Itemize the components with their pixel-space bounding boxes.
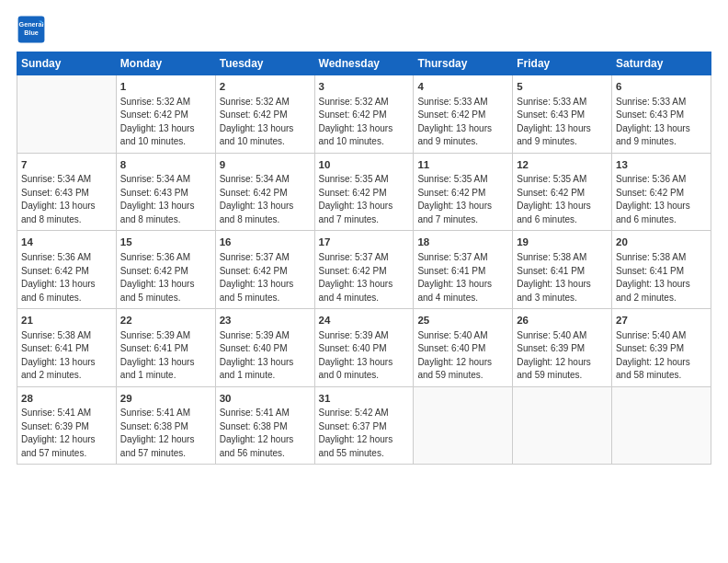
day-number: 22	[120, 313, 211, 328]
day-info: Sunset: 6:40 PM	[417, 342, 508, 356]
day-info: Sunset: 6:42 PM	[319, 187, 410, 201]
day-info: Daylight: 13 hours	[21, 278, 112, 292]
day-number: 15	[120, 235, 211, 250]
day-number: 5	[517, 79, 608, 95]
day-info: and 1 minute.	[220, 369, 311, 383]
day-info: and 7 minutes.	[319, 213, 410, 227]
day-info: Daylight: 13 hours	[616, 200, 707, 213]
day-info: Daylight: 13 hours	[120, 356, 211, 370]
day-info: Daylight: 12 hours	[21, 433, 112, 447]
day-info: and 1 minute.	[120, 369, 211, 383]
calendar-cell: 14Sunrise: 5:36 AMSunset: 6:42 PMDayligh…	[17, 231, 117, 309]
day-info: Sunset: 6:40 PM	[220, 342, 311, 356]
day-info: Sunrise: 5:33 AM	[517, 96, 608, 109]
day-number: 10	[319, 157, 410, 173]
calendar-cell: 4Sunrise: 5:33 AMSunset: 6:42 PMDaylight…	[414, 75, 513, 154]
day-info: Sunset: 6:42 PM	[120, 109, 211, 122]
day-info: Sunrise: 5:36 AM	[21, 251, 112, 265]
week-row-4: 21Sunrise: 5:38 AMSunset: 6:41 PMDayligh…	[17, 309, 711, 387]
calendar-cell: 3Sunrise: 5:32 AMSunset: 6:42 PMDaylight…	[314, 75, 414, 154]
day-info: Sunrise: 5:35 AM	[319, 173, 410, 187]
day-info: Daylight: 13 hours	[517, 278, 608, 292]
calendar-cell: 28Sunrise: 5:41 AMSunset: 6:39 PMDayligh…	[17, 386, 117, 465]
calendar-body: 1Sunrise: 5:32 AMSunset: 6:42 PMDaylight…	[17, 75, 711, 465]
day-info: Sunrise: 5:38 AM	[21, 329, 112, 343]
day-info: Daylight: 13 hours	[220, 356, 311, 370]
day-info: Daylight: 13 hours	[417, 200, 508, 213]
calendar-cell: 22Sunrise: 5:39 AMSunset: 6:41 PMDayligh…	[116, 309, 215, 387]
weekday-sunday: Sunday	[17, 52, 117, 75]
calendar-cell: 26Sunrise: 5:40 AMSunset: 6:39 PMDayligh…	[513, 309, 612, 387]
day-number: 20	[616, 235, 707, 250]
day-number: 25	[417, 313, 508, 328]
day-info: Daylight: 13 hours	[220, 278, 311, 292]
day-info: Sunrise: 5:35 AM	[517, 173, 608, 187]
day-info: Daylight: 13 hours	[517, 200, 608, 213]
day-info: and 7 minutes.	[417, 213, 508, 227]
calendar-cell	[414, 386, 513, 465]
day-number: 6	[616, 79, 707, 95]
calendar-cell: 5Sunrise: 5:33 AMSunset: 6:43 PMDaylight…	[513, 75, 612, 154]
day-info: and 5 minutes.	[220, 292, 311, 305]
day-number: 31	[319, 391, 410, 407]
calendar-cell	[17, 75, 117, 154]
page: General Blue SundayMondayTuesdayWednesda…	[0, 0, 728, 563]
day-info: and 59 minutes.	[417, 369, 508, 383]
calendar-cell: 30Sunrise: 5:41 AMSunset: 6:38 PMDayligh…	[215, 386, 314, 465]
day-info: Daylight: 12 hours	[616, 356, 707, 370]
weekday-wednesday: Wednesday	[314, 52, 414, 75]
day-info: Sunrise: 5:40 AM	[616, 329, 707, 343]
day-info: Sunrise: 5:40 AM	[517, 329, 608, 343]
day-number: 28	[21, 391, 112, 407]
day-info: Sunset: 6:42 PM	[21, 265, 112, 279]
day-info: Daylight: 13 hours	[21, 200, 112, 213]
calendar-cell: 31Sunrise: 5:42 AMSunset: 6:37 PMDayligh…	[314, 386, 414, 465]
day-info: and 10 minutes.	[319, 135, 410, 149]
calendar-cell: 18Sunrise: 5:37 AMSunset: 6:41 PMDayligh…	[414, 231, 513, 309]
day-info: and 6 minutes.	[517, 213, 608, 227]
day-info: Daylight: 13 hours	[616, 278, 707, 292]
day-number: 24	[319, 313, 410, 328]
day-number: 30	[220, 391, 311, 407]
day-info: Sunset: 6:41 PM	[120, 342, 211, 356]
day-number: 29	[120, 391, 211, 407]
day-info: Sunrise: 5:39 AM	[220, 329, 311, 343]
weekday-friday: Friday	[513, 52, 612, 75]
day-info: and 4 minutes.	[319, 292, 410, 305]
day-number: 3	[319, 79, 410, 95]
weekday-monday: Monday	[116, 52, 215, 75]
day-info: Sunset: 6:37 PM	[319, 420, 410, 434]
calendar-cell: 7Sunrise: 5:34 AMSunset: 6:43 PMDaylight…	[17, 153, 117, 231]
day-number: 9	[220, 157, 311, 173]
day-info: Sunrise: 5:34 AM	[21, 173, 112, 187]
day-info: Sunset: 6:42 PM	[417, 187, 508, 201]
day-number: 16	[220, 235, 311, 250]
day-info: Daylight: 13 hours	[319, 200, 410, 213]
calendar-cell: 12Sunrise: 5:35 AMSunset: 6:42 PMDayligh…	[513, 153, 612, 231]
calendar-cell: 1Sunrise: 5:32 AMSunset: 6:42 PMDaylight…	[116, 75, 215, 154]
day-info: and 57 minutes.	[120, 447, 211, 461]
day-info: Daylight: 13 hours	[517, 122, 608, 136]
weekday-header: SundayMondayTuesdayWednesdayThursdayFrid…	[17, 52, 711, 75]
day-info: Sunrise: 5:37 AM	[220, 251, 311, 265]
day-number: 11	[417, 157, 508, 173]
day-number: 13	[616, 157, 707, 173]
day-info: Sunset: 6:42 PM	[417, 109, 508, 122]
day-info: Daylight: 13 hours	[120, 278, 211, 292]
day-info: and 10 minutes.	[220, 135, 311, 149]
day-info: Sunset: 6:42 PM	[517, 187, 608, 201]
day-number: 4	[417, 79, 508, 95]
day-info: and 10 minutes.	[120, 135, 211, 149]
day-info: Daylight: 13 hours	[319, 278, 410, 292]
logo: General Blue	[17, 15, 50, 44]
calendar-cell: 9Sunrise: 5:34 AMSunset: 6:42 PMDaylight…	[215, 153, 314, 231]
calendar-cell: 11Sunrise: 5:35 AMSunset: 6:42 PMDayligh…	[414, 153, 513, 231]
day-info: and 56 minutes.	[220, 447, 311, 461]
day-info: Sunset: 6:42 PM	[120, 265, 211, 279]
day-info: Daylight: 12 hours	[319, 433, 410, 447]
day-info: and 9 minutes.	[417, 135, 508, 149]
day-info: Sunset: 6:39 PM	[21, 420, 112, 434]
day-info: and 9 minutes.	[616, 135, 707, 149]
week-row-3: 14Sunrise: 5:36 AMSunset: 6:42 PMDayligh…	[17, 231, 711, 309]
week-row-2: 7Sunrise: 5:34 AMSunset: 6:43 PMDaylight…	[17, 153, 711, 231]
